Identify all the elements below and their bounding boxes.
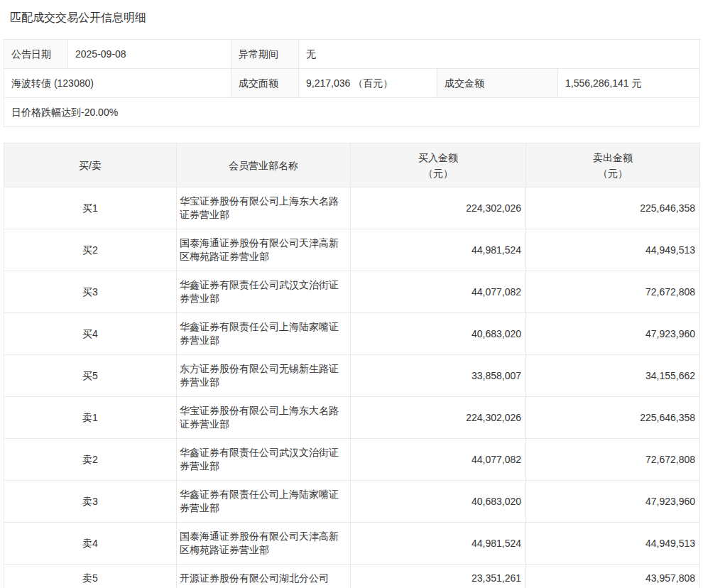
header-branch-label: 会员营业部名称	[180, 158, 347, 173]
abnormal-reason-note: 日价格跌幅达到-20.00%	[4, 98, 700, 127]
table-row: 卖4 国泰海通证券股份有限公司天津高新区梅苑路证券营业部 44,981,524 …	[4, 523, 700, 565]
table-row: 卖1 华宝证券股份有限公司上海东大名路证券营业部 224,302,026 225…	[4, 397, 700, 439]
row-buy-amount: 224,302,026	[351, 187, 526, 229]
info-table: 公告日期 2025-09-08 异常期间 无 海波转债 (123080) 成交面…	[4, 39, 700, 127]
table-row: 买5 东方证券股份有限公司无锡新生路证券营业部 33,858,007 34,15…	[4, 355, 700, 397]
abnormal-period-label: 异常期间	[231, 40, 299, 69]
row-side: 卖1	[4, 397, 177, 439]
table-row: 买4 华鑫证券有限责任公司上海陆家嘴证券营业部 40,683,020 47,92…	[4, 313, 700, 355]
info-row-security: 海波转债 (123080) 成交面额 9,217,036 （百元） 成交金额 1…	[4, 69, 700, 98]
row-sell-amount: 44,949,513	[526, 229, 700, 271]
row-side: 卖5	[4, 565, 177, 588]
row-sell-amount: 225,646,358	[526, 397, 700, 439]
header-branch: 会员营业部名称	[177, 143, 351, 187]
announce-date-value: 2025-09-08	[68, 40, 231, 69]
row-buy-amount: 33,858,007	[351, 355, 526, 397]
header-buy-amount: 买入金额 （元）	[351, 143, 526, 187]
table-row: 买2 国泰海通证券股份有限公司天津高新区梅苑路证券营业部 44,981,524 …	[4, 229, 700, 271]
table-row: 买3 华鑫证券有限责任公司武汉文治街证券营业部 44,077,082 72,67…	[4, 271, 700, 313]
face-amount-label: 成交面额	[231, 69, 299, 98]
face-amount-value: 9,217,036 （百元）	[299, 69, 437, 98]
row-sell-amount: 72,672,808	[526, 271, 700, 313]
trade-detail-table: 买/卖 会员营业部名称 买入金额 （元） 卖出金额 （元） 买1 华宝证券股份有…	[4, 143, 700, 588]
row-buy-amount: 40,683,020	[351, 313, 526, 355]
row-branch: 国泰海通证券股份有限公司天津高新区梅苑路证券营业部	[177, 229, 351, 271]
trade-amount-value: 1,556,286,141 元	[558, 69, 700, 98]
row-sell-amount: 47,923,960	[526, 313, 700, 355]
row-branch: 国泰海通证券股份有限公司天津高新区梅苑路证券营业部	[177, 523, 351, 565]
trade-amount-label: 成交金额	[437, 69, 558, 98]
row-buy-amount: 44,077,082	[351, 439, 526, 481]
header-sell-label: 卖出金额	[529, 150, 697, 165]
row-buy-amount: 40,683,020	[351, 481, 526, 523]
row-buy-amount: 224,302,026	[351, 397, 526, 439]
row-branch: 开源证券股份有限公司湖北分公司	[177, 565, 351, 588]
row-branch: 华鑫证券有限责任公司上海陆家嘴证券营业部	[177, 481, 351, 523]
header-sell-unit: （元）	[529, 165, 697, 181]
row-branch: 华宝证券股份有限公司上海东大名路证券营业部	[177, 397, 351, 439]
page: 匹配成交交易公开信息明细 公告日期 2025-09-08 异常期间 无 海波转债…	[0, 0, 703, 588]
info-row-date: 公告日期 2025-09-08 异常期间 无	[4, 40, 700, 69]
row-sell-amount: 44,949,513	[526, 523, 700, 565]
row-buy-amount: 23,351,261	[351, 565, 526, 588]
row-sell-amount: 47,923,960	[526, 481, 700, 523]
security-name: 海波转债 (123080)	[4, 69, 231, 98]
table-row: 卖2 华鑫证券有限责任公司武汉文治街证券营业部 44,077,082 72,67…	[4, 439, 700, 481]
table-header: 买/卖 会员营业部名称 买入金额 （元） 卖出金额 （元）	[4, 143, 700, 187]
row-side: 买2	[4, 229, 177, 271]
row-side: 买3	[4, 271, 177, 313]
table-row: 卖5 开源证券股份有限公司湖北分公司 23,351,261 43,957,808	[4, 565, 700, 588]
row-sell-amount: 43,957,808	[526, 565, 700, 588]
row-side: 卖4	[4, 523, 177, 565]
page-title: 匹配成交交易公开信息明细	[4, 0, 699, 39]
info-row-note: 日价格跌幅达到-20.00%	[4, 98, 700, 127]
table-row: 买1 华宝证券股份有限公司上海东大名路证券营业部 224,302,026 225…	[4, 187, 700, 229]
row-branch: 华宝证券股份有限公司上海东大名路证券营业部	[177, 187, 351, 229]
row-sell-amount: 34,155,662	[526, 355, 700, 397]
row-side: 卖2	[4, 439, 177, 481]
table-row: 卖3 华鑫证券有限责任公司上海陆家嘴证券营业部 40,683,020 47,92…	[4, 481, 700, 523]
header-buy-label: 买入金额	[354, 150, 523, 165]
abnormal-period-value: 无	[299, 40, 700, 69]
announce-date-label: 公告日期	[4, 40, 68, 69]
row-side: 卖3	[4, 481, 177, 523]
header-sell-amount: 卖出金额 （元）	[526, 143, 700, 187]
row-sell-amount: 225,646,358	[526, 187, 700, 229]
header-side-label: 买/卖	[7, 158, 173, 173]
row-branch: 华鑫证券有限责任公司上海陆家嘴证券营业部	[177, 313, 351, 355]
row-side: 买4	[4, 313, 177, 355]
header-buy-unit: （元）	[354, 165, 523, 181]
row-branch: 华鑫证券有限责任公司武汉文治街证券营业部	[177, 439, 351, 481]
row-side: 买5	[4, 355, 177, 397]
row-buy-amount: 44,981,524	[351, 523, 526, 565]
row-buy-amount: 44,981,524	[351, 229, 526, 271]
row-buy-amount: 44,077,082	[351, 271, 526, 313]
row-branch: 东方证券股份有限公司无锡新生路证券营业部	[177, 355, 351, 397]
row-side: 买1	[4, 187, 177, 229]
row-branch: 华鑫证券有限责任公司武汉文治街证券营业部	[177, 271, 351, 313]
header-side: 买/卖	[4, 143, 177, 187]
row-sell-amount: 72,672,808	[526, 439, 700, 481]
